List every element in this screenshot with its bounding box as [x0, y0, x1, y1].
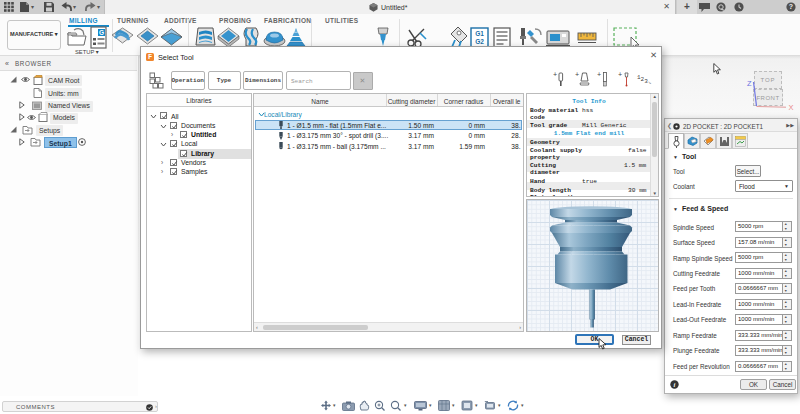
svg-text:+: + [618, 71, 622, 79]
svg-text:G: G [99, 29, 104, 36]
svg-text:i: i [674, 381, 676, 388]
svg-text:G2: G2 [475, 38, 484, 45]
svg-text:X: X [789, 103, 794, 110]
svg-text:+: + [597, 71, 601, 79]
svg-text:G1: G1 [475, 30, 484, 37]
svg-text:?: ? [789, 3, 793, 10]
svg-text:+: + [575, 71, 579, 79]
svg-text:+: + [553, 71, 557, 79]
svg-text:Z: Z [747, 79, 752, 88]
